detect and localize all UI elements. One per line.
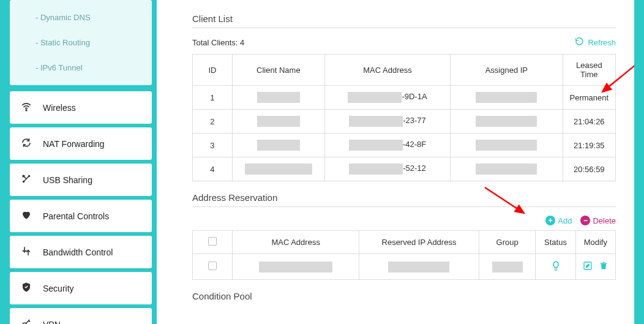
key-icon [21,318,32,324]
checkbox-row[interactable] [208,262,217,270]
condition-pool-title: Condition Pool [192,291,616,301]
col-reserved-ip: Reserved IP Address [359,231,479,254]
sidebar-submenu: - Dynamic DNS - Static Routing - IPv6 Tu… [10,0,152,85]
total-clients-label: Total Clients: 4 [192,38,244,47]
table-header-row: ID Client Name MAC Address Assigned IP L… [193,55,616,86]
cell-client-name [232,134,324,157]
sidebar-item-label: Wireless [43,103,76,113]
table-header-row: MAC Address Reserved IP Address Group St… [193,231,616,254]
cell-client-name [232,110,324,134]
sidebar-item-label: NAT Forwarding [43,139,105,149]
cell-time: 20:56:59 [563,157,615,181]
col-mac: MAC Address [233,231,359,254]
main-content: Client List Total Clients: 4 Refresh I [157,0,634,324]
cell-modify [575,254,615,280]
svg-rect-3 [23,175,25,178]
edit-icon[interactable] [583,261,593,273]
trash-icon[interactable] [599,261,608,273]
cell-ip [451,134,563,157]
cell-mac [233,254,359,280]
sidebar-submenu-ipv6-tunnel[interactable]: - IPv6 Tunnel [10,55,152,80]
cell-client-name [232,157,324,181]
cell-id: 2 [193,110,233,134]
table-row: 1 -9D-1A Permanent [193,86,616,110]
sidebar-item-security[interactable]: Security [10,272,152,304]
table-row [193,254,616,280]
cell-time: 21:04:26 [563,110,615,134]
cell-id: 1 [193,86,233,110]
svg-point-0 [26,110,27,111]
add-button[interactable]: + Add [545,216,572,225]
cell-ip [451,110,563,134]
refresh-arrows-icon [21,137,32,150]
col-time: Leased Time [563,55,615,86]
add-label: Add [558,216,572,225]
sidebar-item-label: Parental Controls [43,211,109,221]
refresh-icon [575,37,584,48]
col-modify: Modify [575,231,615,254]
cell-time: 21:19:35 [563,134,615,157]
cell-mac: -52-12 [324,157,450,181]
table-row: 2 -23-77 21:04:26 [193,110,616,134]
bandwidth-icon [21,246,32,258]
client-list-title: Client List [192,13,616,24]
usb-icon [21,173,32,186]
bulb-icon[interactable] [550,264,561,273]
delete-label: Delete [593,216,616,225]
cell-mac: -23-77 [324,110,450,134]
col-status: Status [536,231,575,254]
col-id: ID [193,55,233,86]
address-reservation-title: Address Reservation [192,192,616,203]
cell-id: 4 [193,157,233,181]
shield-icon [21,282,32,295]
sidebar-item-label: Security [43,284,74,293]
sidebar-item-label: VPN [43,320,61,325]
cell-id: 3 [193,134,233,157]
delete-button[interactable]: − Delete [580,216,616,225]
refresh-label: Refresh [588,38,616,47]
plus-icon: + [545,216,555,225]
cell-mac: -9D-1A [324,86,450,110]
cell-mac: -42-8F [324,134,450,157]
sidebar-item-usb-sharing[interactable]: USB Sharing [10,164,152,196]
checkbox-select-all[interactable] [208,237,217,246]
cell-ip [451,86,563,110]
sidebar-item-vpn[interactable]: VPN [10,308,152,324]
col-ip: Assigned IP [451,55,563,86]
cell-ip [451,157,563,181]
heart-icon [21,209,32,222]
sidebar-submenu-static-routing[interactable]: - Static Routing [10,30,152,55]
sidebar-item-wireless[interactable]: Wireless [10,91,152,124]
sidebar-item-parental-controls[interactable]: Parental Controls [10,200,152,232]
sidebar-submenu-dynamic-dns[interactable]: - Dynamic DNS [10,5,152,30]
sidebar-item-label: USB Sharing [43,175,92,185]
sidebar-item-label: Bandwidth Control [43,247,113,257]
cell-reserved-ip [359,254,479,280]
col-select-all [193,231,233,254]
cell-status [536,254,575,280]
col-client-name: Client Name [232,55,324,86]
wifi-icon [21,101,32,114]
table-row: 4 -52-12 20:56:59 [193,157,616,181]
refresh-button[interactable]: Refresh [575,37,616,48]
table-row: 3 -42-8F 21:19:35 [193,134,616,157]
col-group: Group [479,231,535,254]
cell-client-name [232,86,324,110]
client-list-table: ID Client Name MAC Address Assigned IP L… [192,54,616,181]
minus-icon: − [580,216,590,225]
sidebar-item-nat-forwarding[interactable]: NAT Forwarding [10,127,152,160]
cell-group [479,254,535,280]
col-mac: MAC Address [324,55,450,86]
reservation-table: MAC Address Reserved IP Address Group St… [192,230,616,280]
sidebar: - Dynamic DNS - Static Routing - IPv6 Tu… [10,0,152,324]
cell-time: Permanent [563,86,615,110]
sidebar-item-bandwidth-control[interactable]: Bandwidth Control [10,236,152,268]
